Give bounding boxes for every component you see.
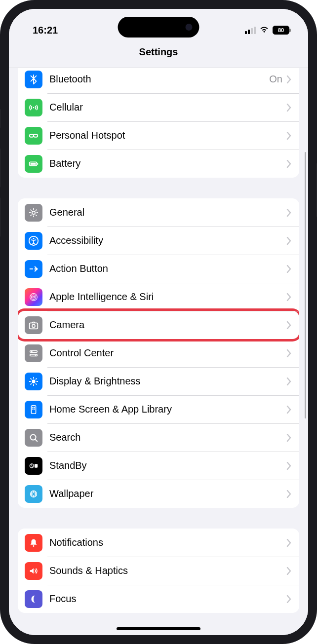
svg-point-12 (33, 296, 35, 298)
settings-row-label: StandBy (49, 460, 286, 471)
svg-point-33 (31, 494, 33, 495)
status-time: 16:21 (33, 25, 58, 36)
chevron-right-icon (286, 539, 291, 547)
svg-point-6 (32, 211, 35, 214)
battery-icon: 80 (273, 26, 289, 35)
settings-row-general[interactable]: General (18, 198, 299, 227)
svg-rect-27 (35, 464, 38, 467)
settings-row-label: General (49, 207, 286, 218)
settings-row-notifications[interactable]: Notifications (18, 529, 299, 557)
settings-row-search[interactable]: Search (18, 423, 299, 452)
settings-row-home-screen[interactable]: Home Screen & App Library (18, 395, 299, 423)
settings-row-accessibility[interactable]: Accessibility (18, 227, 299, 255)
settings-group-system: GeneralAccessibilityAction ButtonApple I… (18, 198, 299, 508)
chevron-right-icon (286, 349, 291, 357)
volume-down-button (0, 197, 0, 237)
screen: 16:21 80 Settings BluetoothOnCellularPer… (9, 9, 308, 635)
settings-row-label: Control Center (49, 347, 286, 359)
svg-rect-9 (35, 268, 38, 269)
cellular-signal-icon (245, 27, 256, 34)
chevron-right-icon (286, 237, 291, 245)
svg-rect-17 (30, 354, 38, 356)
settings-row-sounds-haptics[interactable]: Sounds & Haptics (18, 557, 299, 585)
settings-row-personal-hotspot[interactable]: Personal Hotspot (18, 121, 299, 150)
chevron-right-icon (286, 132, 291, 140)
scroll-indicator[interactable] (305, 152, 306, 418)
settings-row-cellular[interactable]: Cellular (18, 93, 299, 121)
settings-row-camera[interactable]: Camera (18, 311, 299, 339)
settings-row-focus[interactable]: Focus (18, 585, 299, 613)
settings-list[interactable]: BluetoothOnCellularPersonal HotspotBatte… (9, 68, 308, 635)
svg-point-16 (31, 351, 33, 352)
chevron-right-icon (286, 462, 291, 470)
side-button (0, 109, 0, 128)
volume-up-button (0, 148, 0, 188)
hotspot-icon (25, 127, 42, 145)
svg-point-32 (33, 495, 34, 496)
focus-icon (25, 590, 42, 608)
action-button-icon (25, 260, 42, 278)
svg-rect-22 (34, 407, 35, 408)
settings-row-label: Display & Brightness (49, 376, 286, 387)
svg-rect-1 (30, 134, 34, 137)
cellular-icon (25, 99, 42, 116)
chevron-right-icon (286, 490, 291, 498)
brightness-icon (25, 373, 42, 390)
svg-point-11 (31, 295, 36, 299)
settings-row-apple-intelligence-siri[interactable]: Apple Intelligence & Siri (18, 283, 299, 311)
settings-row-label: Personal Hotspot (49, 130, 286, 141)
svg-point-18 (35, 354, 36, 356)
accessibility-icon (25, 232, 42, 250)
svg-rect-20 (31, 405, 36, 414)
settings-row-label: Battery (49, 158, 286, 169)
settings-row-bluetooth[interactable]: BluetoothOn (18, 68, 299, 93)
svg-point-29 (33, 491, 34, 492)
svg-point-30 (35, 492, 36, 493)
chevron-right-icon (286, 160, 291, 168)
settings-row-label: Notifications (49, 537, 286, 548)
gear-icon (25, 204, 42, 222)
svg-point-0 (33, 107, 35, 108)
chevron-right-icon (286, 265, 291, 273)
chevron-right-icon (286, 567, 291, 575)
chevron-right-icon (286, 595, 291, 603)
settings-row-label: Accessibility (49, 235, 286, 246)
chevron-right-icon (286, 406, 291, 414)
standby-icon (25, 457, 42, 475)
svg-rect-21 (32, 407, 33, 408)
settings-row-standby[interactable]: StandBy (18, 452, 299, 480)
page-title: Settings (9, 43, 308, 68)
siri-icon (25, 288, 42, 306)
svg-point-31 (35, 494, 36, 495)
battery-icon (25, 155, 42, 173)
settings-row-control-center[interactable]: Control Center (18, 339, 299, 367)
svg-rect-4 (31, 163, 36, 165)
wallpaper-icon (25, 485, 42, 503)
home-indicator[interactable] (117, 627, 200, 630)
camera-icon (25, 316, 42, 334)
settings-row-battery[interactable]: Battery (18, 150, 299, 178)
chevron-right-icon (286, 434, 291, 442)
settings-row-label: Sounds & Haptics (49, 565, 286, 576)
svg-rect-23 (32, 408, 33, 409)
bluetooth-icon (25, 71, 42, 88)
svg-point-25 (31, 434, 36, 440)
settings-row-label: Home Screen & App Library (49, 404, 286, 415)
settings-row-label: Camera (49, 319, 286, 331)
svg-point-34 (31, 492, 33, 493)
settings-row-wallpaper[interactable]: Wallpaper (18, 480, 299, 508)
settings-row-display-brightness[interactable]: Display & Brightness (18, 367, 299, 395)
settings-row-label: Bluetooth (49, 74, 269, 85)
svg-rect-24 (34, 408, 35, 409)
notifications-icon (25, 534, 42, 552)
svg-point-8 (33, 237, 35, 239)
settings-row-label: Apple Intelligence & Siri (49, 291, 286, 303)
svg-rect-15 (30, 350, 38, 352)
chevron-right-icon (286, 321, 291, 329)
phone-frame: 16:21 80 Settings BluetoothOnCellularPer… (0, 0, 317, 644)
home-screen-icon (25, 401, 42, 418)
settings-row-action-button[interactable]: Action Button (18, 255, 299, 283)
battery-percent: 80 (278, 27, 284, 33)
settings-row-label: Wallpaper (49, 488, 286, 499)
settings-row-label: Focus (49, 593, 286, 605)
